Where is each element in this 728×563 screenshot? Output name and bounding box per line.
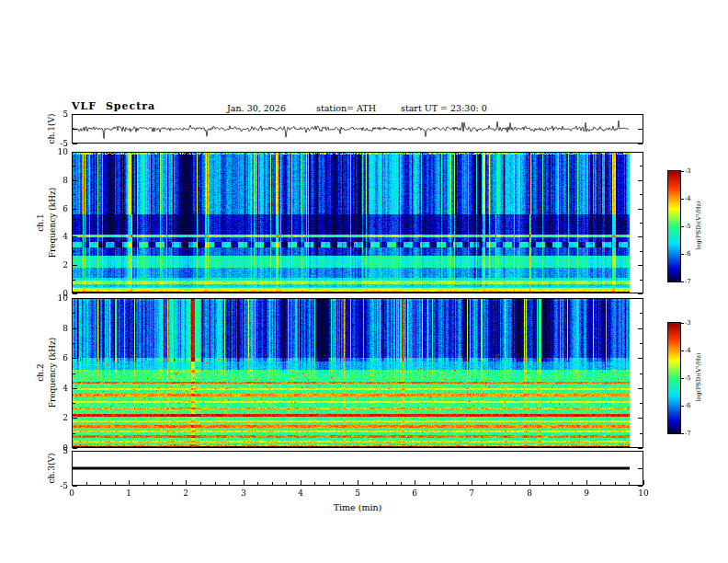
y-minor-tick-mark xyxy=(640,166,643,167)
x-minor-tick-mark xyxy=(314,482,315,485)
x-minor-tick-mark xyxy=(443,482,444,485)
y-tick-mark xyxy=(638,265,643,266)
colorbar-ch1 xyxy=(667,170,681,282)
x-minor-tick-mark xyxy=(515,482,516,485)
y-tick-mark xyxy=(638,236,643,237)
y-tick-mark xyxy=(638,293,643,294)
ch1-voltage-panel xyxy=(72,114,643,144)
colorbar-tick-mark xyxy=(681,406,684,407)
x-minor-tick-mark xyxy=(615,482,616,485)
x-tick-mark xyxy=(244,480,245,485)
ch1-spectrogram-frequency-label: Frequency (kHz) xyxy=(48,178,57,267)
x-minor-tick-mark xyxy=(486,482,487,485)
x-minor-tick-mark xyxy=(329,482,330,485)
y-tick-mark xyxy=(638,328,643,329)
colorbar-tick-mark xyxy=(681,226,684,227)
y-tick-mark xyxy=(73,152,77,153)
x-minor-tick-mark xyxy=(200,482,201,485)
y-tick-mark xyxy=(638,418,643,419)
y-tick-mark xyxy=(73,486,77,487)
x-axis-label: Time (min) xyxy=(72,502,643,512)
y-minor-tick-mark xyxy=(73,343,75,344)
colorbar-tick-label: -6 xyxy=(685,250,691,258)
x-tick-label: 1 xyxy=(119,488,138,498)
plot-date: Jan. 30, 2026 xyxy=(227,103,286,113)
colorbar-tick-mark xyxy=(681,433,684,434)
colorbar-tick-label: -3 xyxy=(685,167,691,175)
y-tick-mark xyxy=(73,448,77,449)
x-tick-label: 7 xyxy=(462,488,481,498)
x-tick-mark xyxy=(72,480,73,485)
ch2-spectrogram-channel-label: ch.2 xyxy=(36,328,45,417)
y-minor-tick-mark xyxy=(640,403,643,404)
y-tick-mark xyxy=(73,418,77,419)
x-tick-label: 3 xyxy=(234,488,253,498)
x-minor-tick-mark xyxy=(286,482,287,485)
colorbar-ch2-label: log(PSD)(V²/Hz) xyxy=(695,333,702,421)
x-minor-tick-mark xyxy=(272,482,273,485)
y-tick-mark xyxy=(638,358,643,359)
x-tick-label: 2 xyxy=(176,488,195,498)
x-minor-tick-mark xyxy=(558,482,559,485)
y-tick-mark xyxy=(73,328,77,329)
y-minor-tick-mark xyxy=(640,223,643,224)
colorbar-tick-label: -7 xyxy=(685,430,691,437)
colorbar-tick-label: -3 xyxy=(685,319,691,327)
y-tick-mark xyxy=(73,358,77,359)
y-tick-mark xyxy=(73,209,77,210)
colorbar-ch1-canvas xyxy=(668,171,680,282)
plot-title: VLF Spectra xyxy=(72,100,155,112)
y-minor-tick-mark xyxy=(73,280,75,281)
x-tick-mark xyxy=(643,480,644,485)
ch3-voltage-ylabel: ch.3(V) xyxy=(47,424,56,512)
x-minor-tick-mark xyxy=(115,482,116,485)
x-minor-tick-mark xyxy=(401,482,402,485)
colorbar-tick-mark xyxy=(681,350,684,351)
plot-start-ut: start UT = 23:30: 0 xyxy=(401,103,487,113)
y-tick-mark xyxy=(638,180,643,181)
y-tick-mark xyxy=(73,180,77,181)
x-minor-tick-mark xyxy=(172,482,173,485)
x-minor-tick-mark xyxy=(501,482,502,485)
y-tick-mark xyxy=(638,152,643,153)
y-tick-mark xyxy=(73,236,77,237)
y-minor-tick-mark xyxy=(73,166,75,167)
x-minor-tick-mark xyxy=(429,482,430,485)
y-tick-mark xyxy=(73,298,77,299)
x-tick-mark xyxy=(129,480,130,485)
colorbar-tick-mark xyxy=(681,171,684,172)
colorbar-tick-mark xyxy=(681,378,684,379)
x-minor-tick-mark xyxy=(143,482,144,485)
y-tick-mark xyxy=(73,468,77,469)
x-tick-mark xyxy=(529,480,530,485)
y-tick-mark xyxy=(73,129,77,130)
x-minor-tick-mark xyxy=(372,482,373,485)
colorbar-tick-label: -4 xyxy=(685,347,691,354)
ch1-spectrogram-canvas xyxy=(73,153,643,293)
x-minor-tick-mark xyxy=(157,482,158,485)
y-minor-tick-mark xyxy=(640,313,643,314)
x-tick-mark xyxy=(358,480,358,485)
y-tick-mark xyxy=(73,293,77,294)
y-tick-mark xyxy=(638,144,643,144)
x-minor-tick-mark xyxy=(215,482,216,485)
x-tick-label: 9 xyxy=(577,488,596,498)
y-tick-label: 5 xyxy=(51,109,68,119)
y-tick-label: 10 xyxy=(51,293,68,303)
y-minor-tick-mark xyxy=(640,343,643,344)
y-minor-tick-mark xyxy=(73,433,75,434)
ch2-spectrogram-canvas xyxy=(73,299,643,447)
x-minor-tick-mark xyxy=(100,482,101,485)
y-tick-mark xyxy=(638,451,643,452)
y-tick-label: 2 xyxy=(51,260,68,270)
y-tick-label: 5 xyxy=(51,446,68,455)
y-minor-tick-mark xyxy=(73,403,75,404)
x-minor-tick-mark xyxy=(600,482,601,485)
y-tick-mark xyxy=(638,114,643,115)
x-tick-label: 8 xyxy=(520,488,539,498)
colorbar-ch1-label: log(PSD)(V²/Hz) xyxy=(695,181,702,270)
ch1-voltage-ylabel: ch.1(V) xyxy=(47,85,56,173)
x-minor-tick-mark xyxy=(629,482,630,485)
x-minor-tick-mark xyxy=(229,482,230,485)
y-minor-tick-mark xyxy=(640,433,643,434)
